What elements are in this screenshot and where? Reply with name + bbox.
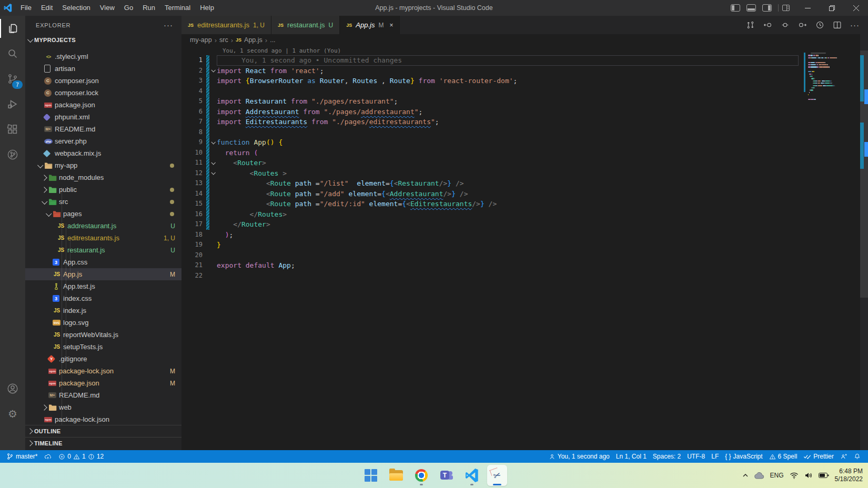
tree-item-app-css[interactable]: 3App.css bbox=[25, 256, 181, 268]
tree-item-addrestaurant-js[interactable]: JSaddrestaurant.jsU bbox=[25, 220, 181, 232]
tree-item-node-modules[interactable]: node_modules bbox=[25, 171, 181, 184]
toggle-secondary-sidebar-icon[interactable] bbox=[762, 4, 772, 12]
section-myprojects[interactable]: MYPROJECTS bbox=[25, 34, 181, 46]
tree-item-package-json[interactable]: npmpackage.jsonM bbox=[25, 377, 181, 389]
tree-item-index-js[interactable]: JSindex.js bbox=[25, 304, 181, 317]
code-line-15[interactable]: 15 <Route path ="/edit/:id" element={<Ed… bbox=[181, 199, 868, 209]
minimize-button[interactable] bbox=[795, 0, 820, 16]
branch-indicator[interactable]: master* bbox=[3, 453, 41, 460]
breadcrumb-item--[interactable]: ... bbox=[270, 36, 275, 44]
blame-status[interactable]: You, 1 second ago bbox=[546, 453, 613, 460]
code-line-16[interactable]: 16 </Routes> bbox=[181, 209, 868, 220]
taskbar-chrome-icon[interactable] bbox=[411, 465, 431, 486]
fold-chevron-icon[interactable] bbox=[209, 69, 217, 72]
tab-restaurant.js[interactable]: JSrestaurant.jsU bbox=[271, 16, 340, 34]
code-line-7[interactable]: 7import Editrestaurants from "./pages/ed… bbox=[181, 117, 868, 127]
previous-change-icon[interactable] bbox=[763, 21, 772, 29]
menu-selection[interactable]: Selection bbox=[57, 0, 95, 16]
code-line-3[interactable]: 3import {BrowserRouter as Router, Routes… bbox=[181, 76, 868, 86]
section-timeline[interactable]: TIMELINE bbox=[25, 437, 181, 449]
formatter-status[interactable]: Prettier bbox=[800, 453, 837, 460]
onedrive-icon[interactable] bbox=[754, 472, 764, 479]
restore-button[interactable] bbox=[820, 0, 844, 16]
activity-run-debug-icon[interactable] bbox=[0, 92, 25, 117]
tree-item--gitignore[interactable]: Y.gitignore bbox=[25, 353, 181, 365]
tree-item-composer-json[interactable]: Ccomposer.json bbox=[25, 75, 181, 87]
taskbar-start-icon[interactable] bbox=[361, 465, 381, 486]
tree-item-package-lock-json[interactable]: npmpackage-lock.json bbox=[25, 413, 181, 425]
tree-item-restaurant-js[interactable]: JSrestaurant.jsU bbox=[25, 244, 181, 256]
code-line-13[interactable]: 13 <Route path ="/list" element={<Restau… bbox=[181, 178, 868, 189]
fold-chevron-icon[interactable] bbox=[209, 141, 217, 144]
fold-chevron-icon[interactable] bbox=[209, 171, 217, 175]
menu-view[interactable]: View bbox=[95, 0, 119, 16]
code-line-1[interactable]: 1 You, 1 second ago • Uncommitted change… bbox=[181, 55, 868, 66]
indentation[interactable]: Spaces: 2 bbox=[650, 453, 684, 460]
tree-item-server-php[interactable]: phpserver.php bbox=[25, 135, 181, 147]
activity-source-control-icon[interactable]: 7 bbox=[0, 66, 25, 92]
tree-item-src[interactable]: src bbox=[25, 196, 181, 208]
timeline-icon[interactable] bbox=[815, 21, 824, 29]
taskbar-file-explorer-icon[interactable] bbox=[386, 465, 406, 486]
code-line-18[interactable]: 18 ); bbox=[181, 230, 868, 240]
taskbar-snipping-tool-icon[interactable]: ✂ bbox=[487, 465, 507, 486]
tree-item-readme-md[interactable]: M+README.md bbox=[25, 123, 181, 135]
tree-item-artisan[interactable]: artisan bbox=[25, 63, 181, 75]
code-line-19[interactable]: 19} bbox=[181, 240, 868, 250]
spell-checker-status[interactable]: 6 Spell bbox=[766, 453, 801, 460]
encoding[interactable]: UTF-8 bbox=[684, 453, 708, 460]
code-line-20[interactable]: 20 bbox=[181, 250, 868, 261]
menu-edit[interactable]: Edit bbox=[36, 0, 57, 16]
next-change-icon[interactable] bbox=[798, 21, 807, 29]
customize-layout-icon[interactable] bbox=[782, 4, 790, 12]
activity-settings-icon[interactable]: ⚙ bbox=[0, 401, 25, 426]
code-line-8[interactable]: 8 bbox=[181, 127, 868, 138]
tree-item-readme-md[interactable]: M+README.md bbox=[25, 389, 181, 401]
breadcrumb-item-src[interactable]: src bbox=[219, 36, 228, 44]
menu-help[interactable]: Help bbox=[195, 0, 219, 16]
scrollbar[interactable] bbox=[860, 16, 868, 450]
compare-changes-icon[interactable] bbox=[746, 21, 755, 29]
tree-item-setuptests-js[interactable]: JSsetupTests.js bbox=[25, 341, 181, 353]
tab-app.js[interactable]: JSApp.jsM× bbox=[340, 16, 400, 34]
code-line-6[interactable]: 6import Addrestaurant from "./pages/addr… bbox=[181, 107, 868, 117]
wifi-icon[interactable] bbox=[790, 472, 799, 479]
clock[interactable]: 6:48 PM 5/18/2022 bbox=[835, 467, 863, 483]
code-line-10[interactable]: 10 return ( bbox=[181, 148, 868, 158]
minimap[interactable] bbox=[804, 53, 860, 126]
taskbar-teams-icon[interactable]: T bbox=[437, 465, 457, 486]
tree-item-logo-svg[interactable]: SVGlogo.svg bbox=[25, 317, 181, 329]
keyboard-language[interactable]: ENG bbox=[770, 472, 784, 479]
tree-item-phpunit-xml[interactable]: phpunit.xml bbox=[25, 111, 181, 123]
activity-accounts-icon[interactable] bbox=[0, 376, 25, 401]
code-line-9[interactable]: 9function App() { bbox=[181, 137, 868, 148]
taskbar-vscode-icon[interactable] bbox=[462, 465, 482, 486]
breadcrumb-item-my-app[interactable]: my-app bbox=[190, 36, 212, 44]
toggle-sidebar-icon[interactable] bbox=[731, 4, 740, 12]
tree-item-package-json[interactable]: npmpackage.json bbox=[25, 99, 181, 111]
code-line-17[interactable]: 17 </Router> bbox=[181, 219, 868, 230]
eol-sequence[interactable]: LF bbox=[708, 453, 722, 460]
tree-item-pages[interactable]: pages bbox=[25, 208, 181, 220]
code-line-22[interactable]: 22 bbox=[181, 271, 868, 281]
fold-chevron-icon[interactable] bbox=[209, 161, 217, 165]
battery-icon[interactable] bbox=[819, 473, 829, 479]
code-line-21[interactable]: 21export default App; bbox=[181, 260, 868, 271]
split-editor-icon[interactable] bbox=[833, 21, 842, 29]
activity-explorer-icon[interactable] bbox=[0, 16, 25, 41]
cursor-position[interactable]: Ln 1, Col 1 bbox=[613, 453, 650, 460]
sync-changes-button[interactable] bbox=[41, 453, 55, 460]
language-mode[interactable]: { } JavaScript bbox=[722, 453, 765, 460]
tree-item-web[interactable]: web bbox=[25, 401, 181, 413]
problems-indicator[interactable]: 0 1 12 bbox=[55, 453, 107, 460]
tab-editrestaurants.js[interactable]: JSeditrestaurants.js1, U bbox=[181, 16, 271, 34]
tree-item-package-lock-json[interactable]: npmpackage-lock.jsonM bbox=[25, 365, 181, 377]
feedback-icon[interactable] bbox=[837, 453, 851, 460]
tree-item-index-css[interactable]: 3index.css bbox=[25, 292, 181, 304]
menu-run[interactable]: Run bbox=[138, 0, 160, 16]
code-line-2[interactable]: 2import React from 'react'; bbox=[181, 66, 868, 76]
tree-item-public[interactable]: public bbox=[25, 184, 181, 196]
notifications-bell-icon[interactable] bbox=[851, 453, 864, 460]
menu-file[interactable]: File bbox=[16, 0, 36, 16]
tray-chevron-icon[interactable] bbox=[742, 472, 749, 479]
